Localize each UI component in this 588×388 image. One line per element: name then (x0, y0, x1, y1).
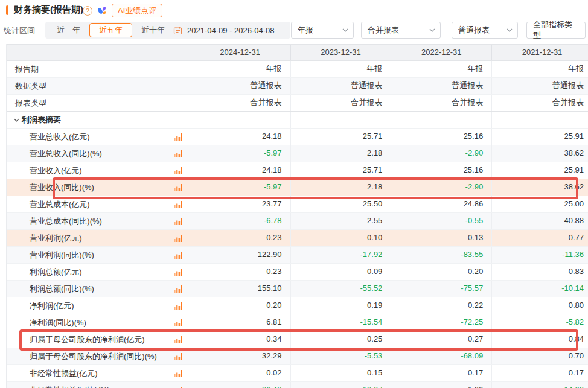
row-label-cell[interactable]: 净利润(亿元) (7, 297, 190, 314)
statement-scope-value: 合并报表 (368, 25, 424, 36)
value-cell: -5.82 (491, 314, 588, 331)
indicator-type-select[interactable]: 全部指标类型 (526, 22, 586, 39)
page-title: 财务摘要(报告期) (14, 4, 83, 16)
value-cell: 1.00 (391, 382, 491, 388)
value-cell: -72.25 (391, 314, 491, 331)
mini-bar-chart-icon[interactable] (174, 352, 182, 360)
row-label-cell: 报告期 (7, 61, 190, 77)
value-cell: 0.27 (391, 331, 491, 348)
ai-assistant-icon[interactable] (96, 5, 108, 17)
row-label: 非经常性损益(亿元) (30, 368, 98, 379)
row-label-cell: 报表类型 (7, 95, 190, 111)
table-row: 报告期年报年报年报年报 (7, 61, 588, 78)
row-label-cell[interactable]: 营业总成本(同比)(%) (7, 213, 190, 229)
row-label-cell[interactable]: 营业总成本(亿元) (7, 196, 190, 212)
ai-review-button[interactable]: AI业绩点评 (112, 4, 162, 17)
mini-bar-chart-icon[interactable] (174, 234, 182, 242)
value-cell: -10.14 (491, 281, 588, 297)
value-cell: 普通报表 (391, 78, 491, 94)
value-cell: 0.23 (190, 230, 290, 246)
mini-bar-chart-icon[interactable] (174, 302, 182, 310)
report-period-value: 年报 (298, 25, 337, 36)
mini-bar-chart-icon[interactable] (174, 217, 182, 225)
value-cell: 25.91 (491, 162, 588, 179)
table-row: 营业总成本(亿元)23.7725.5024.8625.00 (7, 196, 588, 213)
value-cell: 0.77 (491, 230, 588, 246)
row-label: 利润表摘要 (22, 115, 61, 126)
mini-bar-chart-icon[interactable] (174, 268, 182, 276)
row-label-cell[interactable]: 非经常性损益(亿元) (7, 365, 190, 381)
row-label-cell[interactable]: 归属于母公司股东的净利润(同比)(%) (7, 348, 190, 364)
row-label: 利润总额(同比)(%) (30, 284, 94, 294)
value-cell: 0.70 (491, 348, 588, 364)
mini-bar-chart-icon[interactable] (174, 183, 182, 191)
date-range-picker[interactable]: 2021-04-09 - 2026-04-08 (167, 22, 290, 39)
row-label-cell[interactable]: 营业收入(同比)(%) (7, 179, 190, 196)
table-row: 利润表摘要 (7, 112, 588, 129)
value-cell: 合并报表 (491, 95, 588, 111)
table-row: 归属于母公司股东的净利润(同比)(%)32.29-5.53-68.090.70 (7, 348, 588, 365)
chevron-down-icon (342, 28, 348, 32)
mini-bar-chart-icon[interactable] (174, 200, 182, 208)
value-cell: 普通报表 (491, 78, 588, 94)
tab-last-3-years[interactable]: 近三年 (48, 23, 89, 37)
chevron-down-icon (507, 28, 513, 32)
statement-scope-select[interactable]: 合并报表 (361, 22, 441, 39)
value-cell: -55.52 (290, 281, 391, 297)
value-cell: 32.29 (190, 348, 290, 364)
table-header-date-cell: 2023-12-31 (290, 45, 391, 60)
statement-kind-select[interactable]: 普通报表 (452, 22, 518, 39)
row-label: 净利润(亿元) (30, 301, 74, 311)
row-label-cell[interactable]: 利润总额(同比)(%) (7, 281, 190, 297)
mini-bar-chart-icon[interactable] (174, 285, 182, 293)
row-label-cell[interactable]: 营业利润(同比)(%) (7, 247, 190, 263)
value-cell: 年报 (190, 61, 290, 77)
value-cell: 年报 (391, 61, 491, 77)
row-label-cell[interactable]: 营业利润(亿元) (7, 230, 190, 246)
title-bar: 财务摘要(报告期) ? AI业绩点评 (0, 0, 588, 20)
table-row: 营业收入(同比)(%)-5.972.18-2.9038.62 (7, 179, 588, 196)
value-cell: 合并报表 (190, 95, 290, 111)
tab-last-5-years[interactable]: 近五年 (89, 23, 132, 37)
value-cell: 25.50 (290, 196, 391, 212)
row-label-cell[interactable]: 净利润(同比)(%) (7, 314, 190, 331)
row-label-cell[interactable]: 营业总收入(同比)(%) (7, 145, 190, 162)
row-label: 营业总成本(同比)(%) (30, 216, 102, 227)
value-cell: 24.86 (391, 196, 491, 212)
value-cell: -2.90 (391, 145, 491, 162)
value-cell: -15.54 (290, 314, 391, 331)
row-label-cell[interactable]: 归属于母公司股东的净利润(亿元) (7, 331, 190, 348)
row-label-cell: 数据类型 (7, 78, 190, 94)
financial-table: 2024-12-312023-12-312022-12-312021-12-31… (6, 44, 588, 388)
report-period-select[interactable]: 年报 (291, 22, 354, 39)
table-row: 非经常性损益(亿元)0.020.150.170.17 (7, 365, 588, 382)
mini-bar-chart-icon[interactable] (174, 133, 182, 141)
row-label-cell[interactable]: 营业收入(亿元) (7, 162, 190, 179)
value-cell: 0.23 (190, 264, 290, 280)
table-row: 数据类型普通报表普通报表普通报表普通报表 (7, 78, 588, 95)
row-label-cell[interactable]: 非经常性损益(同比)(%) (7, 382, 190, 388)
mini-bar-chart-icon[interactable] (174, 369, 182, 377)
row-label: 营业总收入(亿元) (30, 132, 90, 142)
help-icon[interactable]: ? (83, 6, 92, 16)
row-label: 营业总成本(亿元) (30, 199, 90, 210)
row-label: 数据类型 (15, 81, 46, 92)
value-cell: -86.48 (190, 382, 290, 388)
section-collapse-icon[interactable] (14, 118, 19, 122)
value-cell: 0.13 (391, 230, 491, 246)
row-label-cell[interactable]: 利润总额(亿元) (7, 264, 190, 280)
row-label: 非经常性损益(同比)(%) (30, 385, 110, 388)
value-cell: 0.02 (190, 365, 290, 381)
mini-bar-chart-icon[interactable] (174, 336, 182, 343)
row-label: 报表类型 (15, 98, 46, 109)
mini-bar-chart-icon[interactable] (174, 150, 182, 157)
table-row: 营业总收入(同比)(%)-5.972.18-2.9038.62 (7, 145, 588, 162)
mini-bar-chart-icon[interactable] (174, 319, 182, 326)
table-header-date-cell: 2024-12-31 (190, 45, 290, 60)
table-row: 营业收入(亿元)24.1825.7125.1625.91 (7, 162, 588, 179)
mini-bar-chart-icon[interactable] (174, 251, 182, 259)
mini-bar-chart-icon[interactable] (174, 167, 182, 174)
value-cell: 25.16 (391, 129, 491, 145)
row-label-cell[interactable]: 营业总收入(亿元) (7, 129, 190, 145)
filter-bar: 统计区间 近三年 近五年 近十年 2021-04-09 - 2026-04-08… (0, 20, 588, 42)
